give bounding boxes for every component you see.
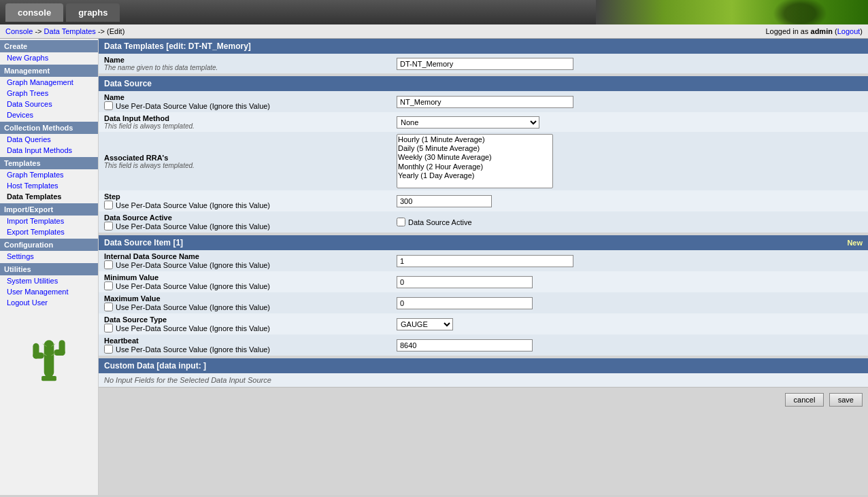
top-navigation: console graphs [0,0,868,24]
top-logo [596,0,868,24]
svg-rect-4 [59,340,65,356]
dsi-heartbeat-checkbox-row: Use Per-Data Source Value (Ignore this V… [104,345,386,354]
step-label: Step [104,192,386,201]
ds-name-label: Name [104,93,386,101]
sidebar-collection-header: Collection Methods [0,122,98,134]
dsi-heartbeat-input[interactable] [397,339,533,352]
dsi-internal-name-input[interactable] [397,255,573,267]
dsi-min-per-data-label: Use Per-Data Source Value (Ignore this V… [116,282,270,290]
dsi-type-select[interactable]: GAUGE COUNTER DERIVE ABSOLUTE [397,318,453,330]
sidebar-item-graph-templates[interactable]: Graph Templates [0,169,98,180]
dsi-max-row: Maximum Value Use Per-Data Source Value … [99,292,868,313]
sidebar-item-export-templates[interactable]: Export Templates [0,226,98,237]
sidebar-item-system-utilities[interactable]: System Utilities [0,275,98,286]
ds-active-container: Data Source Active [397,218,863,226]
dsi-max-label: Maximum Value [104,294,386,303]
rra-option-yearly[interactable]: Yearly (1 Day Average) [398,171,552,180]
dsi-min-input[interactable] [397,276,533,288]
logout-link[interactable]: Logout [837,27,861,35]
data-input-label: Data Input Method [104,114,386,122]
sidebar-item-data-sources[interactable]: Data Sources [0,99,98,109]
sidebar-management-header: Management [0,65,98,77]
data-input-select[interactable]: None [397,116,539,128]
data-source-form: Name Use Per-Data Source Value (Ignore t… [99,91,868,233]
button-bar: cancel save [99,387,868,412]
ds-active-row: Data Source Active Use Per-Data Source V… [99,211,868,233]
breadcrumb-arrow2: -> [98,27,105,35]
dsi-internal-name-checkbox[interactable] [104,260,113,269]
ds-active-per-data-label: Use Per-Data Source Value (Ignore this V… [116,222,270,230]
breadcrumb-arrow1: -> [35,27,41,35]
dsi-heartbeat-row: Heartbeat Use Per-Data Source Value (Ign… [99,335,868,356]
step-checkbox[interactable] [104,201,113,209]
dsi-max-checkbox[interactable] [104,303,113,311]
template-name-input[interactable] [397,58,573,70]
ds-active-checkbox[interactable] [397,218,405,226]
step-checkbox-row: Use Per-Data Source Value (Ignore this V… [104,201,386,209]
username: admin [811,27,833,35]
step-input[interactable] [397,195,492,207]
data-source-section-header: Data Source [99,76,868,91]
rra-label: Associated RRA's [104,154,386,162]
name-desc: The name given to this data template. [104,64,386,71]
rra-option-daily[interactable]: Daily (5 Minute Average) [398,144,552,153]
rra-listbox[interactable]: Hourly (1 Minute Average) Daily (5 Minut… [397,134,553,188]
ds-name-checkbox[interactable] [104,101,113,110]
custom-data-note: No Input Fields for the Selected Data In… [99,373,868,387]
dsi-heartbeat-per-data-label: Use Per-Data Source Value (Ignore this V… [116,345,270,354]
rra-option-monthly[interactable]: Monthly (2 Hour Average) [398,162,552,171]
ds-name-checkbox-row: Use Per-Data Source Value (Ignore this V… [104,101,386,110]
name-label: Name [104,56,386,64]
data-input-row: Data Input Method This field is always t… [99,112,868,132]
ds-active-checkbox-label: Data Source Active [408,218,472,226]
sidebar-item-logout-user[interactable]: Logout User [0,297,98,308]
breadcrumb-console[interactable]: Console [5,27,33,35]
sidebar-item-devices[interactable]: Devices [0,109,98,120]
name-row: Name The name given to this data templat… [99,54,868,73]
ds-name-row: Name Use Per-Data Source Value (Ignore t… [99,91,868,112]
sidebar-item-data-templates[interactable]: Data Templates [0,191,98,202]
dsi-type-checkbox[interactable] [104,324,113,332]
breadcrumb-bar: Console -> Data Templates -> (Edit) Logg… [0,24,868,39]
sidebar-configuration-header: Configuration [0,239,98,251]
dsi-min-label: Minimum Value [104,273,386,281]
dsi-heartbeat-label: Heartbeat [104,337,386,345]
sidebar-templates-header: Templates [0,157,98,169]
dsi-max-input[interactable] [397,297,533,309]
sidebar-item-host-templates[interactable]: Host Templates [0,180,98,191]
sidebar-item-settings[interactable]: Settings [0,251,98,262]
dsi-new-link[interactable]: New [847,239,863,247]
data-input-desc: This field is always templated. [104,122,386,130]
sidebar-item-graph-management[interactable]: Graph Management [0,77,98,88]
sidebar-item-new-graphs[interactable]: New Graphs [0,52,98,63]
breadcrumb-data-templates[interactable]: Data Templates [44,27,96,35]
save-button[interactable]: save [829,393,863,407]
console-tab[interactable]: console [5,3,63,22]
svg-rect-2 [33,343,39,359]
rra-option-weekly[interactable]: Weekly (30 Minute Average) [398,153,552,162]
dsi-title: Data Source Item [1] [104,238,183,247]
ds-active-per-data-checkbox[interactable] [104,222,113,230]
logged-in-text: Logged in as [765,27,808,35]
data-templates-section-header: Data Templates [edit: DT-NT_Memory] [99,39,868,54]
dsi-heartbeat-checkbox[interactable] [104,345,113,354]
sidebar-item-data-input-methods[interactable]: Data Input Methods [0,145,98,156]
data-templates-title: Data Templates [edit: DT-NT_Memory] [104,41,251,51]
dsi-min-checkbox-row: Use Per-Data Source Value (Ignore this V… [104,281,386,290]
rra-option-hourly[interactable]: Hourly (1 Minute Average) [398,135,552,144]
rra-container: Hourly (1 Minute Average) Daily (5 Minut… [397,134,863,188]
dsi-max-checkbox-row: Use Per-Data Source Value (Ignore this V… [104,303,386,311]
step-row: Step Use Per-Data Source Value (Ignore t… [99,190,868,211]
sidebar-item-data-queries[interactable]: Data Queries [0,134,98,145]
graphs-tab[interactable]: graphs [66,3,120,22]
sidebar-item-graph-trees[interactable]: Graph Trees [0,88,98,99]
ds-active-label: Data Source Active [104,213,386,222]
data-source-title: Data Source [104,79,152,88]
dsi-type-checkbox-row: Use Per-Data Source Value (Ignore this V… [104,324,386,332]
sidebar-item-user-management[interactable]: User Management [0,286,98,297]
dsi-max-per-data-label: Use Per-Data Source Value (Ignore this V… [116,303,270,311]
sidebar-item-import-templates[interactable]: Import Templates [0,216,98,226]
dsi-min-checkbox[interactable] [104,281,113,290]
ds-name-input[interactable] [397,96,573,108]
cancel-button[interactable]: cancel [785,393,824,407]
